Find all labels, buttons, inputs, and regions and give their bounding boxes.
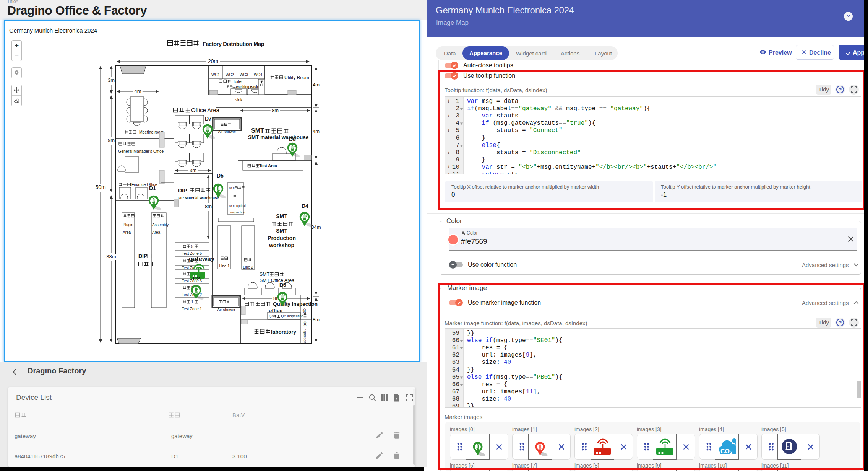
svg-text:D1: D1 (149, 185, 156, 191)
svg-text:5: 5 (191, 244, 193, 249)
svg-text:SMT: SMT (276, 213, 287, 219)
svg-text:Production: Production (268, 235, 296, 241)
svg-text:DIP: DIP (138, 253, 147, 259)
svg-text:Office Area: Office Area (191, 107, 220, 113)
svg-text:50m: 50m (95, 184, 105, 190)
svg-text:D5: D5 (217, 173, 224, 179)
svg-text:Air shower: Air shower (218, 130, 236, 134)
svg-text:SMT Office Area: SMT Office Area (260, 278, 294, 283)
svg-text:laboratory: laboratory (271, 329, 297, 335)
svg-text:WC2: WC2 (226, 73, 234, 77)
svg-text:Line 2: Line 2 (243, 265, 253, 269)
svg-text:DIP Material Warehouse: DIP Material Warehouse (178, 196, 219, 200)
svg-text:QA Inspection: QA Inspection (281, 314, 303, 318)
svg-text:Factory Distribution Map: Factory Distribution Map (203, 41, 264, 47)
svg-text:Test Area: Test Area (259, 163, 277, 168)
svg-text:8m: 8m (205, 204, 212, 209)
svg-text:8m: 8m (272, 108, 279, 113)
svg-text:D7: D7 (205, 116, 212, 122)
svg-text:Plugin: Plugin (123, 223, 133, 227)
svg-text:SMT: SMT (251, 127, 264, 134)
svg-text:3m: 3m (108, 77, 115, 83)
svg-text:20m: 20m (208, 58, 218, 64)
svg-text:9m: 9m (108, 137, 115, 143)
svg-text:D6: D6 (289, 136, 296, 142)
svg-text:38m: 38m (106, 254, 116, 259)
svg-text:Test Zone 1: Test Zone 1 (182, 307, 202, 311)
svg-text:DIP: DIP (178, 187, 187, 194)
svg-text:SMT: SMT (276, 228, 287, 234)
svg-text:34m: 34m (311, 224, 321, 230)
svg-text:WC3: WC3 (240, 73, 248, 77)
svg-text:QC Inspection: QC Inspection (303, 321, 307, 343)
svg-text:WC4: WC4 (254, 73, 263, 77)
svg-text:D4: D4 (302, 203, 308, 209)
svg-text:D3: D3 (279, 282, 286, 288)
svg-text:workshop: workshop (269, 242, 294, 248)
svg-text:sink: sink (235, 98, 243, 102)
svg-text:QA: QA (269, 314, 274, 318)
svg-text:SMT: SMT (260, 272, 270, 277)
svg-text:4m: 4m (313, 129, 320, 134)
svg-text:Line 1: Line 1 (219, 264, 230, 268)
svg-text:4m: 4m (134, 88, 141, 94)
svg-text:BatV: BatV (232, 412, 245, 418)
svg-text:Area: Area (123, 230, 131, 235)
svg-text:Quality Inspection: Quality Inspection (273, 301, 318, 307)
svg-text:Air shower: Air shower (217, 308, 235, 312)
svg-text:4m: 4m (313, 82, 320, 88)
svg-text:Toilet: Toilet (233, 79, 243, 84)
svg-text:General Manager's Office: General Manager's Office (118, 149, 164, 153)
svg-text:1: 1 (191, 300, 193, 304)
svg-text:WC1: WC1 (211, 73, 220, 77)
svg-text:optical: optical (236, 204, 246, 208)
svg-text:AOI: AOI (229, 186, 235, 190)
svg-text:Washing Basin: Washing Basin (236, 85, 259, 89)
svg-text:D2: D2 (193, 275, 200, 282)
svg-text:SMT material warehouse: SMT material warehouse (248, 134, 309, 140)
svg-text:Assembly: Assembly (152, 223, 169, 227)
svg-text:gateway: gateway (189, 255, 215, 262)
svg-text:inspection: inspection (230, 210, 245, 214)
svg-text:Utility Room: Utility Room (284, 75, 309, 80)
svg-text:3m: 3m (190, 168, 196, 173)
svg-text:8m: 8m (313, 317, 320, 323)
svg-text:Area: Area (152, 230, 161, 235)
svg-text:AOI: AOI (229, 204, 235, 208)
